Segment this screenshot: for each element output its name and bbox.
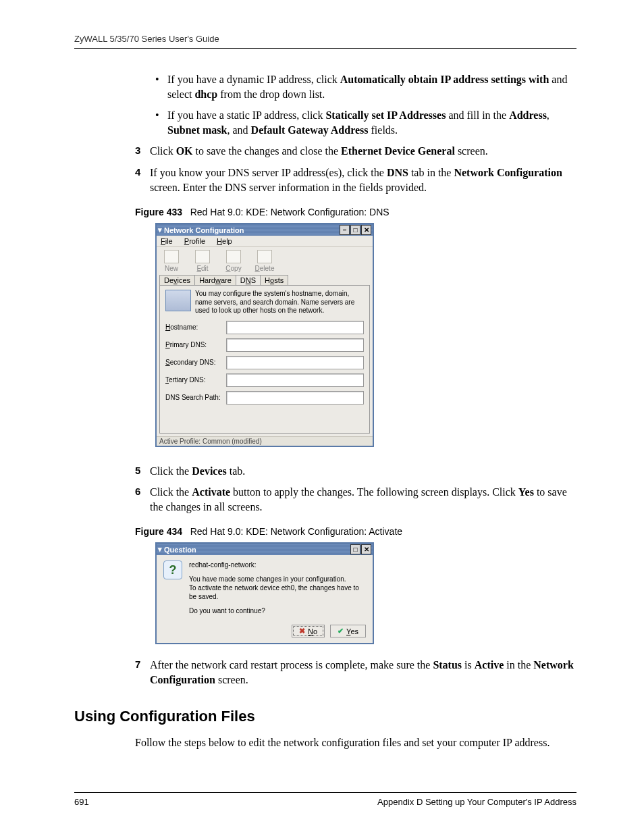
search-path-input[interactable]: [226, 391, 364, 405]
x-icon: ✖: [299, 627, 305, 635]
step-number: 7: [135, 658, 140, 671]
step-4: 4 If you know your DNS server IP address…: [135, 165, 576, 194]
toolbar: New Edit Copy Delete: [157, 247, 373, 272]
search-path-label: DNS Search Path:: [165, 394, 226, 401]
step-3: 3 Click OK to save the changes and close…: [135, 144, 576, 159]
figure-433-caption: Figure 433 Red Hat 9.0: KDE: Network Con…: [135, 207, 576, 217]
dns-panel: You may configure the system's hostname,…: [159, 285, 370, 434]
dialog-titlebar: ▾ Question □ ✕: [157, 544, 373, 555]
primary-dns-input[interactable]: [226, 338, 364, 352]
panel-description: You may configure the system's hostname,…: [195, 290, 364, 315]
new-icon: [164, 250, 179, 263]
status-bar: Active Profile: Common (modified): [157, 436, 373, 446]
window-title: Network Configuration: [164, 226, 339, 234]
page-footer: 691 Appendix D Setting up Your Computer'…: [74, 792, 576, 807]
minimize-button[interactable]: –: [340, 225, 350, 235]
dialog-title: Question: [164, 546, 350, 554]
step-number: 3: [135, 144, 140, 157]
tool-edit[interactable]: Edit: [192, 250, 213, 272]
no-button[interactable]: ✖ No: [292, 625, 325, 637]
secondary-dns-row: Secondary DNS:: [165, 356, 364, 369]
page-header: ZyWALL 5/35/70 Series User's Guide: [74, 34, 576, 49]
tool-new[interactable]: New: [161, 250, 182, 272]
dialog-message: redhat-config-network: You have made som…: [189, 561, 366, 621]
tool-delete[interactable]: Delete: [254, 250, 275, 272]
copy-icon: [226, 250, 241, 263]
hosts-icon: [165, 290, 191, 311]
edit-icon: [195, 250, 210, 263]
page-number: 691: [74, 797, 89, 807]
menu-file[interactable]: File: [161, 237, 173, 245]
section-paragraph: Follow the steps below to edit the netwo…: [135, 735, 576, 750]
tool-copy[interactable]: Copy: [223, 250, 244, 272]
tabs: Devices Hardware DNS Hosts: [157, 272, 373, 285]
question-icon: ?: [163, 561, 182, 579]
tab-hardware[interactable]: Hardware: [194, 275, 236, 285]
step-7: 7 After the network card restart process…: [135, 658, 576, 687]
bullet-dynamic-ip: If you have a dynamic IP address, click …: [149, 72, 576, 101]
menu-help[interactable]: Help: [217, 237, 232, 245]
step-number: 5: [135, 464, 140, 477]
step-number: 4: [135, 165, 140, 179]
tab-dns[interactable]: DNS: [236, 275, 261, 285]
titlebar: ▾ Network Configuration – □ ✕: [157, 224, 373, 236]
step-number: 6: [135, 485, 140, 498]
menubar: File Profile Help: [157, 236, 373, 247]
tertiary-dns-label: Tertiary DNS:: [165, 376, 226, 384]
search-path-row: DNS Search Path:: [165, 391, 364, 405]
hostname-input[interactable]: [226, 321, 364, 334]
secondary-dns-input[interactable]: [226, 356, 364, 369]
figure-434-caption: Figure 434 Red Hat 9.0: KDE: Network Con…: [135, 526, 576, 537]
tab-hosts[interactable]: Hosts: [260, 275, 288, 285]
step-5: 5 Click the Devices tab.: [135, 464, 576, 479]
check-icon: ✔: [338, 627, 344, 635]
primary-dns-label: Primary DNS:: [165, 341, 226, 348]
network-config-window: ▾ Network Configuration – □ ✕ File Profi…: [155, 223, 374, 447]
hostname-row: Hostname:: [165, 321, 364, 334]
yes-button[interactable]: ✔ Yes: [330, 625, 366, 637]
delete-icon: [257, 250, 272, 263]
tertiary-dns-row: Tertiary DNS:: [165, 373, 364, 387]
guide-title: ZyWALL 5/35/70 Series User's Guide: [74, 34, 219, 44]
tertiary-dns-input[interactable]: [226, 373, 364, 387]
close-button[interactable]: ✕: [361, 225, 371, 235]
maximize-button[interactable]: □: [350, 225, 360, 235]
menu-profile[interactable]: Profile: [184, 237, 205, 245]
window-menu-icon[interactable]: ▾: [158, 226, 162, 234]
bullet-block: If you have a dynamic IP address, click …: [149, 72, 576, 137]
close-button[interactable]: ✕: [361, 544, 371, 554]
tab-devices[interactable]: Devices: [159, 275, 195, 285]
hostname-label: Hostname:: [165, 323, 226, 331]
footer-text: Appendix D Setting up Your Computer's IP…: [377, 797, 576, 807]
window-menu-icon[interactable]: ▾: [158, 545, 162, 554]
question-dialog: ▾ Question □ ✕ ? redhat-config-network: …: [155, 542, 374, 644]
primary-dns-row: Primary DNS:: [165, 338, 364, 352]
bullet-static-ip: If you have a static IP address, click S…: [149, 108, 576, 137]
section-heading: Using Configuration Files: [74, 708, 576, 725]
maximize-button[interactable]: □: [350, 544, 360, 554]
secondary-dns-label: Secondary DNS:: [165, 359, 226, 366]
step-6: 6 Click the Activate button to apply the…: [135, 485, 576, 514]
